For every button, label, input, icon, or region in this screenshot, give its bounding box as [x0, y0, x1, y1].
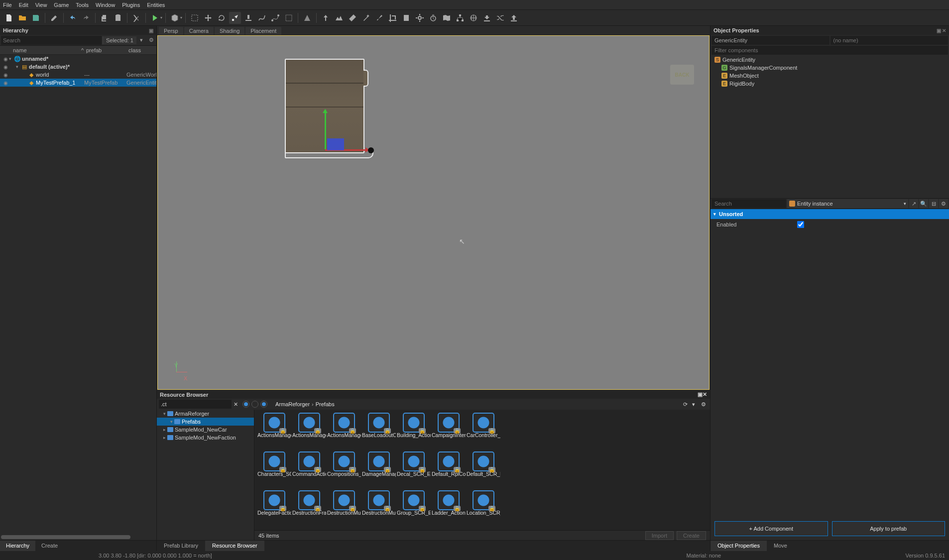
component-list[interactable]: SGenericEntityGSignalsManagerComponentEM…: [711, 55, 949, 89]
tab-resource-browser[interactable]: Resource Browser: [205, 541, 264, 551]
scale-icon[interactable]: [229, 12, 241, 24]
gizmo-y-axis[interactable]: [325, 110, 326, 149]
enabled-checkbox[interactable]: [797, 221, 804, 228]
menu-edit[interactable]: Edit: [19, 2, 28, 8]
viewport-3d[interactable]: BACK YX ↖: [157, 35, 710, 390]
op-external-icon[interactable]: ↗: [909, 199, 918, 208]
component-row[interactable]: EMeshObject: [712, 72, 947, 80]
resource-item[interactable]: Compositions_SCR_EditableEntityComponent: [327, 451, 361, 488]
tab-move[interactable]: Move: [767, 541, 794, 551]
resource-item[interactable]: Decal_SCR_EditableEntityComponent.ct: [397, 451, 431, 488]
hierarchy-search-input[interactable]: [1, 36, 102, 45]
apply-to-prefab-button[interactable]: Apply to prefab: [832, 521, 946, 536]
rect-select-icon[interactable]: [283, 12, 295, 24]
resource-item[interactable]: Location_SCR_EditableEntityC: [467, 490, 500, 527]
filter-icon[interactable]: ▾: [136, 37, 146, 43]
tree-row[interactable]: ◉▾🌐unnamed*: [0, 55, 156, 63]
resource-item[interactable]: DelegateFactionManagerCom: [257, 490, 291, 527]
menu-tools[interactable]: Tools: [76, 2, 89, 8]
component-row[interactable]: ERigidBody: [712, 80, 947, 88]
resource-item[interactable]: CarController_Base.ct: [467, 413, 500, 449]
resource-item[interactable]: DestructionMultiPhase_Base.ct: [327, 490, 361, 527]
resource-create-button[interactable]: Create: [677, 531, 706, 540]
component-row[interactable]: GSignalsManagerComponent: [712, 64, 947, 72]
entity-instance-dropdown[interactable]: Entity instance ▾: [787, 199, 908, 208]
op-gear-icon[interactable]: ⚙: [939, 199, 948, 208]
resource-import-button[interactable]: Import: [645, 531, 674, 540]
tree-row[interactable]: ◉◆world---GenericWorl: [0, 71, 156, 79]
resource-item[interactable]: Default_SCR_EditableEntityComponent.ct: [467, 451, 500, 488]
resource-search-input[interactable]: [159, 400, 232, 409]
tab-object-properties[interactable]: Object Properties: [711, 541, 767, 551]
resource-folder-tree[interactable]: ▾ArmaReforger▾Prefabs▸SampleMod_NewCar▸S…: [157, 410, 254, 540]
menu-window[interactable]: Window: [96, 2, 115, 8]
resource-item[interactable]: ActionsManager_PickUp.ct: [292, 413, 326, 449]
resource-filter-icon[interactable]: ▾: [692, 401, 699, 408]
resource-item[interactable]: DestructionFractal_Base.c: [292, 490, 326, 527]
vp-tab-shading[interactable]: Shading: [215, 27, 244, 35]
menu-entities[interactable]: Entities: [147, 2, 165, 8]
resource-tree-row[interactable]: ▾Prefabs: [157, 418, 254, 426]
spline-icon[interactable]: [256, 12, 268, 24]
entity-name-field[interactable]: [830, 36, 949, 45]
copy-icon[interactable]: [99, 12, 111, 24]
edit-icon[interactable]: [48, 12, 60, 24]
resource-item[interactable]: CampaignInteractions.ct: [432, 413, 466, 449]
snap-icon[interactable]: [242, 12, 254, 24]
resource-item[interactable]: Building_ActionsManagerComponent.ct: [397, 413, 431, 449]
op-tree-icon[interactable]: ⊟: [929, 199, 938, 208]
cut-icon[interactable]: [130, 12, 142, 24]
triangle-icon[interactable]: [301, 12, 313, 24]
tab-create[interactable]: Create: [35, 541, 64, 551]
resource-breadcrumb[interactable]: ArmaReforger›Prefabs: [269, 401, 681, 407]
timer-icon[interactable]: [427, 12, 439, 24]
brush-icon[interactable]: [373, 12, 385, 24]
resource-item[interactable]: ActionsManager_Base.ct: [257, 413, 291, 449]
hierarchy-icon[interactable]: [454, 12, 466, 24]
resource-item[interactable]: Ladder_ActionsManager.ct: [432, 490, 466, 527]
shuffle-icon[interactable]: [494, 12, 506, 24]
wand-icon[interactable]: [360, 12, 372, 24]
section-unsorted[interactable]: ▾Unsorted: [711, 209, 949, 219]
resource-item[interactable]: Group_SCR_EditableEntityC: [397, 490, 431, 527]
resource-filter-radio-2[interactable]: [251, 401, 258, 408]
vp-tab-camera[interactable]: Camera: [184, 27, 214, 35]
play-icon[interactable]: [149, 12, 161, 24]
ruler-icon[interactable]: [347, 12, 358, 24]
op-search-icon[interactable]: 🔍: [919, 199, 928, 208]
hierarchy-tree[interactable]: ◉▾🌐unnamed*◉▾▤default (active)*◉◆world--…: [0, 55, 156, 535]
hierarchy-settings-icon[interactable]: ⚙: [146, 37, 156, 43]
component-row[interactable]: SGenericEntity: [712, 56, 947, 64]
globe-icon[interactable]: [468, 12, 479, 24]
import-icon[interactable]: [508, 12, 520, 24]
res-dock-icon[interactable]: ▣: [698, 391, 703, 397]
tree-row[interactable]: ◉◆MyTestPrefab_1MyTestPrefabGenericEntit…: [0, 79, 156, 87]
terrain-icon[interactable]: [333, 12, 345, 24]
hierarchy-scrollbar[interactable]: [1, 535, 130, 539]
export-icon[interactable]: [481, 12, 493, 24]
menu-file[interactable]: File: [3, 2, 12, 8]
tab-hierarchy[interactable]: Hierarchy: [0, 541, 35, 551]
resource-filter-radio-3[interactable]: [260, 401, 267, 408]
resource-item[interactable]: BaseLoadoutCloth_Base.ct: [362, 413, 396, 449]
resource-refresh-icon[interactable]: ⟳: [683, 401, 690, 408]
resource-filter-radio-1[interactable]: [242, 401, 249, 408]
resource-item[interactable]: Characters_SCR_EditableEntityComponent.c: [257, 451, 291, 488]
map-icon[interactable]: [441, 12, 453, 24]
tree-row[interactable]: ◉▾▤default (active)*: [0, 63, 156, 71]
property-search-input[interactable]: [712, 199, 786, 208]
vertex-icon[interactable]: [269, 12, 281, 24]
menu-bar[interactable]: File Edit View Game Tools Window Plugins…: [0, 0, 949, 10]
tab-prefab-library[interactable]: Prefab Library: [157, 541, 205, 551]
select-icon[interactable]: [189, 12, 201, 24]
filter-components-input[interactable]: [712, 46, 948, 55]
resource-tree-row[interactable]: ▾ArmaReforger: [157, 410, 254, 418]
move-icon[interactable]: [202, 12, 214, 24]
gizmo-origin[interactable]: [368, 147, 374, 153]
dock-icon[interactable]: ▣: [149, 28, 153, 33]
add-component-button[interactable]: + Add Component: [714, 521, 828, 536]
tree-up-icon[interactable]: [320, 12, 332, 24]
menu-plugins[interactable]: Plugins: [122, 2, 140, 8]
gear-icon[interactable]: [414, 12, 426, 24]
op-close-icon[interactable]: ✕: [942, 28, 946, 33]
